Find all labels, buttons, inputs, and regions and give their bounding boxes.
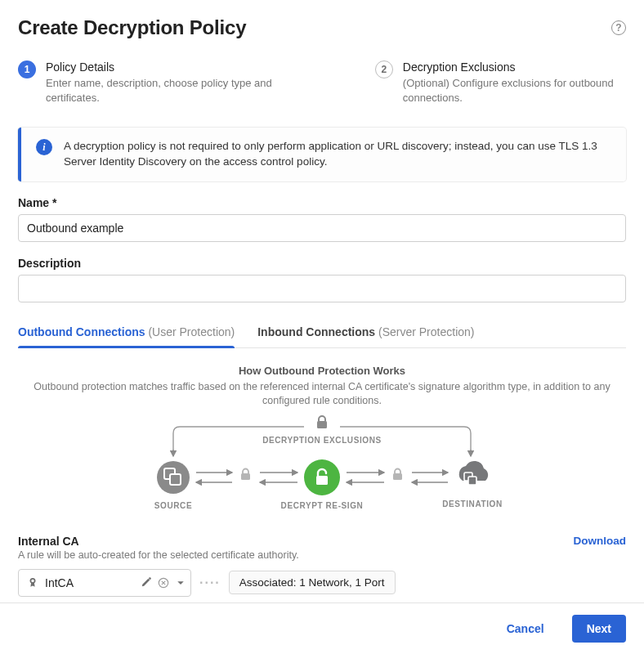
cancel-button[interactable]: Cancel bbox=[492, 615, 559, 643]
diagram-exclusions-label: DECRYPTION EXCLUSIONS bbox=[262, 436, 382, 445]
step-2-title: Decryption Exclusions bbox=[403, 60, 626, 74]
clear-icon[interactable] bbox=[158, 577, 169, 589]
diagram-source-label: SOURCE bbox=[154, 501, 192, 510]
download-link[interactable]: Download bbox=[574, 535, 627, 547]
wizard-steps: 1 Policy Details Enter name, description… bbox=[18, 60, 626, 105]
name-label: Name * bbox=[18, 196, 626, 209]
svg-rect-9 bbox=[468, 477, 476, 485]
chevron-down-icon[interactable] bbox=[176, 578, 186, 588]
step-decryption-exclusions: 2 Decryption Exclusions (Optional) Confi… bbox=[375, 60, 626, 105]
internal-ca-value: IntCA bbox=[45, 576, 134, 589]
step-2-badge: 2 bbox=[375, 60, 393, 78]
svg-rect-5 bbox=[170, 474, 181, 485]
tab-outbound-main: Outbound Connections bbox=[18, 325, 148, 338]
description-label: Description bbox=[18, 257, 626, 270]
step-policy-details: 1 Policy Details Enter name, description… bbox=[18, 60, 277, 105]
internal-ca-title: Internal CA bbox=[18, 535, 299, 548]
tab-outbound[interactable]: Outbound Connections (User Protection) bbox=[18, 317, 235, 347]
certificate-icon bbox=[27, 577, 38, 589]
info-text: A decryption policy is not required to o… bbox=[64, 139, 611, 170]
connector-dots: ···· bbox=[199, 576, 221, 590]
internal-ca-desc: A rule will be auto-created for the sele… bbox=[18, 549, 299, 561]
page-title: Create Decryption Policy bbox=[18, 16, 246, 39]
tab-inbound-sub: (Server Protection) bbox=[378, 325, 474, 338]
svg-rect-7 bbox=[316, 476, 328, 485]
svg-rect-14 bbox=[241, 473, 250, 480]
protection-diagram: DECRYPTION EXCLUSIONS SOURCE DECRYPT RE-… bbox=[18, 414, 626, 520]
info-banner: i A decryption policy is not required to… bbox=[18, 128, 626, 181]
associated-chip[interactable]: Associated: 1 Network, 1 Port bbox=[229, 571, 396, 594]
step-1-badge: 1 bbox=[18, 60, 36, 78]
diagram-decrypt-label: DECRYPT RE-SIGN bbox=[281, 501, 364, 510]
step-1-title: Policy Details bbox=[46, 60, 277, 74]
diagram-destination-label: DESTINATION bbox=[442, 499, 503, 508]
name-field[interactable] bbox=[18, 214, 626, 242]
tab-outbound-sub: (User Protection) bbox=[148, 325, 235, 338]
tab-inbound[interactable]: Inbound Connections (Server Protection) bbox=[257, 317, 474, 347]
help-icon[interactable]: ? bbox=[611, 20, 626, 35]
edit-icon[interactable] bbox=[141, 577, 151, 588]
dialog-footer: Cancel Next bbox=[0, 602, 644, 654]
tab-inbound-main: Inbound Connections bbox=[257, 325, 378, 338]
diagram-title: How Outbound Protection Works bbox=[18, 365, 626, 377]
svg-rect-19 bbox=[393, 473, 402, 480]
step-1-desc: Enter name, description, choose policy t… bbox=[46, 76, 277, 105]
internal-ca-select[interactable]: IntCA bbox=[18, 569, 191, 597]
description-field[interactable] bbox=[18, 275, 626, 302]
next-button[interactable]: Next bbox=[572, 615, 626, 643]
svg-rect-2 bbox=[317, 421, 327, 428]
step-2-desc: (Optional) Configure exclusions for outb… bbox=[403, 76, 626, 105]
connection-tabs: Outbound Connections (User Protection) I… bbox=[18, 317, 626, 348]
info-icon: i bbox=[36, 139, 52, 155]
diagram-description: Outbound protection matches traffic base… bbox=[18, 380, 626, 409]
